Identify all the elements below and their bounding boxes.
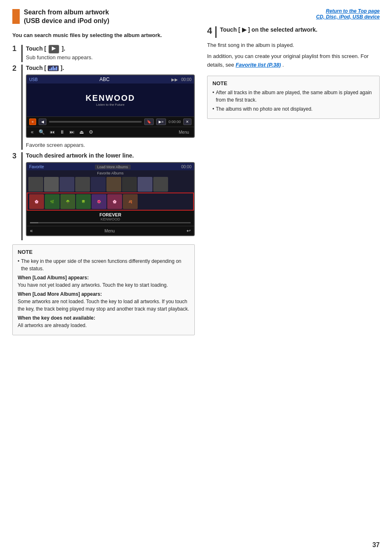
ctrl-prev[interactable]: ◀ xyxy=(39,118,46,125)
section-heading: Search from album artwork (USB device an… xyxy=(12,8,195,26)
fav-thumb-g[interactable]: 🍂 xyxy=(123,194,138,209)
nav-prev-btn[interactable]: ⏮ xyxy=(48,128,56,136)
fav-thumb-9[interactable] xyxy=(153,177,168,192)
fav-bottom: FOREVER KENWOOD xyxy=(27,211,194,226)
intro-text: You can search music files by selecting … xyxy=(12,31,195,39)
step-4-heading: 4 Touch [ ▶ ] on the selected artwork. xyxy=(207,26,380,38)
note-box-right: NOTE • After all tracks in the album are… xyxy=(207,76,380,119)
fav-thumb-c[interactable]: 🌳 xyxy=(60,194,75,209)
step-3-content: Touch desired artwork in the lower line.… xyxy=(26,152,195,240)
step-1: 1 Touch [ ]. Sub function menu appears. xyxy=(12,45,195,62)
fav-load-btn-area: Load More Albums xyxy=(47,164,178,169)
note-item-r1: • After all tracks in the album are play… xyxy=(212,89,374,104)
step-4-text1: The first song in the album is played. I… xyxy=(207,41,380,69)
step-1-content: Touch [ ]. Sub function menu appears. xyxy=(26,45,195,62)
step-1-label: Touch [ ]. xyxy=(26,45,195,53)
nav-next-btn[interactable]: ⏭ xyxy=(68,128,76,136)
fav-thumb-4[interactable] xyxy=(75,177,90,192)
fav-thumb-e[interactable]: 🌺 xyxy=(92,194,106,209)
step4-bar xyxy=(215,26,217,38)
fav-screen: Favorite Load More Albums 00:00 Favorite… xyxy=(26,162,195,236)
nav-eject-btn[interactable]: ⏏ xyxy=(78,128,85,136)
fav-nav-back[interactable]: « xyxy=(28,227,35,234)
fav-thumb-7[interactable] xyxy=(122,177,137,192)
fav-nav-return[interactable]: ↩ xyxy=(185,227,192,234)
kenwood-artwork: KENWOOD Listen to the Future xyxy=(27,84,194,116)
step-2: 2 Touch [ ]. USB xyxy=(12,65,195,150)
fav-thumb-1[interactable] xyxy=(28,177,43,192)
nav-playpause-btn[interactable]: ⏸ xyxy=(58,128,66,136)
ctrl-back-btn[interactable]: « xyxy=(29,118,36,125)
right-column: Return to the Top page CD, Disc, iPod, U… xyxy=(207,8,380,339)
device-controls: « ◀ 🔖 ▶» 0:00:00 ✕ xyxy=(27,116,194,127)
ctrl-bookmark[interactable]: 🔖 xyxy=(144,118,154,125)
step-4: 4 Touch [ ▶ ] on the selected artwork. T… xyxy=(207,26,380,69)
step-bar-1 xyxy=(21,45,23,62)
fav-thumb-2[interactable] xyxy=(44,177,59,192)
nav-search-btn[interactable]: 🔍 xyxy=(37,128,46,136)
note-item-r2: • The albums with no photo are not displ… xyxy=(212,105,374,113)
step-3-label: Touch desired artwork in the lower line. xyxy=(26,152,195,159)
favorite-list-link[interactable]: Favorite list (P.38) xyxy=(235,62,281,68)
fav-nav: « Menu ↩ xyxy=(27,226,194,235)
note-box-left: NOTE • The key in the upper side of the … xyxy=(12,244,195,335)
step-2-label: Touch [ ]. xyxy=(26,65,195,71)
page-number: 37 xyxy=(372,541,380,549)
ctrl-forward[interactable]: ▶» xyxy=(156,118,166,125)
fav-thumb-a[interactable]: 🌸 xyxy=(29,194,44,209)
kenwood-logo: KENWOOD Listen to the Future xyxy=(85,93,135,107)
fav-row-lower: 🌸 🌿 🌳 🍀 🌺 🌸 🍂 xyxy=(27,193,194,211)
step-bar-2 xyxy=(21,65,23,150)
step-2-content: Touch [ ]. USB ABC ▶▶ xyxy=(26,65,195,150)
bars-icon xyxy=(48,65,59,71)
fav-thumb-f[interactable]: 🌸 xyxy=(107,194,122,209)
step-bar-3 xyxy=(21,152,23,240)
note-item-1: • The key in the upper side of the scree… xyxy=(18,258,189,272)
svg-marker-0 xyxy=(52,46,56,51)
fav-thumb-3[interactable] xyxy=(60,177,74,192)
nav-settings-btn[interactable]: ⚙ xyxy=(87,128,95,136)
fav-thumb-6[interactable] xyxy=(106,177,121,192)
ctrl-close[interactable]: ✕ xyxy=(183,118,191,125)
progress-bar xyxy=(49,121,142,123)
fav-progress-bar xyxy=(30,222,191,223)
device-top-bar: USB ABC ▶▶ 00:00 xyxy=(27,75,194,84)
fav-top-bar: Favorite Load More Albums 00:00 xyxy=(27,163,194,170)
top-link-anchor[interactable]: Return to the Top page CD, Disc, iPod, U… xyxy=(316,8,380,20)
fav-thumb-b[interactable]: 🌿 xyxy=(45,194,60,209)
fav-progress-fill xyxy=(30,222,38,223)
nav-back-btn[interactable]: « xyxy=(29,128,35,136)
fav-thumb-8[interactable] xyxy=(138,177,152,192)
fav-row-upper xyxy=(27,176,194,193)
fav-thumb-5[interactable] xyxy=(91,177,106,192)
section-marker xyxy=(12,9,20,24)
step-4-label: Touch [ ▶ ] on the selected artwork. xyxy=(220,26,317,33)
left-column: Search from album artwork (USB device an… xyxy=(12,8,195,339)
top-link: Return to the Top page CD, Disc, iPod, U… xyxy=(207,8,380,20)
section-title: Search from album artwork (USB device an… xyxy=(24,8,109,26)
step-3: 3 Touch desired artwork in the lower lin… xyxy=(12,152,195,240)
device-screen-step2: USB ABC ▶▶ 00:00 KENWOOD Listen to the F… xyxy=(26,74,195,138)
music-icon xyxy=(48,45,59,53)
device-nav: « 🔍 ⏮ ⏸ ⏭ ⏏ ⚙ Menu xyxy=(27,127,194,137)
fav-thumb-d[interactable]: 🍀 xyxy=(76,194,91,209)
